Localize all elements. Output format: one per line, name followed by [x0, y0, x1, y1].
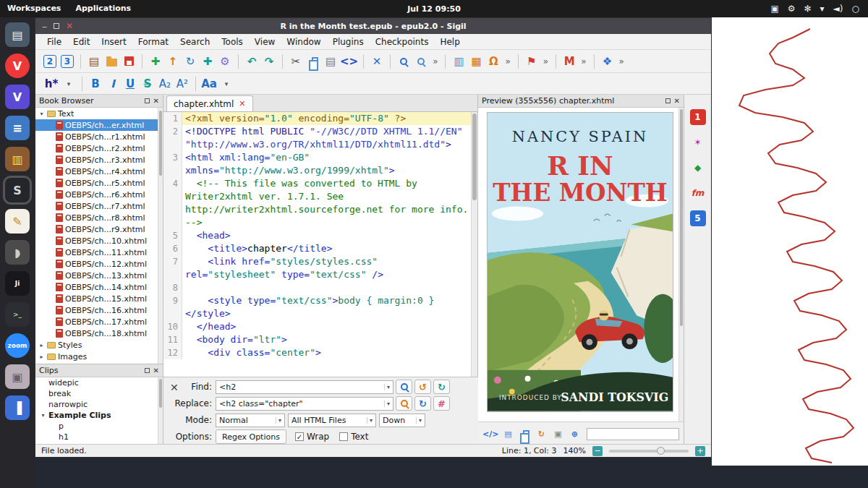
tree-item[interactable]: ▸Images — [35, 351, 158, 362]
dock-terminal-icon[interactable]: >_ — [5, 302, 30, 327]
tree-item[interactable]: ▸Styles — [35, 339, 158, 351]
copy-button[interactable] — [305, 53, 321, 69]
heading-caret-icon[interactable]: ▾ — [61, 76, 77, 92]
overflow-chevron-icon[interactable]: » — [619, 56, 624, 67]
code-view-button[interactable]: 3 — [61, 55, 74, 68]
scrollbar-thumb[interactable] — [680, 109, 683, 326]
dock-text-editor-icon[interactable]: ▐ — [5, 395, 30, 420]
menu-insert[interactable]: Insert — [95, 37, 132, 47]
replace-button[interactable] — [396, 396, 412, 411]
tab-close-icon[interactable]: ✕ — [239, 99, 245, 108]
book-browser-scrollbar[interactable] — [158, 108, 163, 364]
dock-sigil-icon[interactable]: S — [5, 178, 30, 202]
new-book-button[interactable]: ▤ — [86, 53, 102, 69]
tree-item[interactable]: OEBPS/ch...18.xhtml — [35, 328, 158, 339]
tree-item[interactable]: OEBPS/ch...er.xhtml — [35, 119, 158, 131]
checkpoint-button[interactable]: ✚ — [200, 53, 216, 69]
tree-item[interactable]: OEBPS/ch...17.xhtml — [35, 316, 158, 328]
insert-file-button[interactable]: ▥ — [451, 53, 467, 69]
cut-button[interactable]: ✂ — [288, 53, 304, 69]
code-line[interactable]: 12 <div class="center"> — [163, 346, 477, 359]
tree-item[interactable]: OEBPS/ch...14.xhtml — [35, 281, 158, 293]
files-select[interactable]: All HTML Files ▾ — [288, 414, 376, 427]
code-line[interactable]: 3<html xml:lang="en-GB" xmlns="http://ww… — [163, 151, 477, 177]
flightcrew-button[interactable]: fm — [690, 185, 706, 201]
find-input[interactable]: <h2 ▾ — [216, 380, 393, 394]
plugin-run-button[interactable]: ✶ — [690, 134, 706, 150]
dock-gimp-icon[interactable]: ◗ — [5, 240, 30, 265]
close-panel-icon[interactable]: ✕ — [153, 367, 159, 374]
replace-input[interactable]: <h2 class="chapter" ▾ — [216, 397, 393, 411]
float-panel-icon[interactable] — [145, 368, 150, 373]
code-line[interactable]: 5 <head> — [163, 229, 477, 242]
close-panel-icon[interactable]: ✕ — [674, 98, 680, 105]
indicator-icon[interactable]: ✻ — [804, 4, 812, 14]
text-checkbox[interactable] — [339, 432, 348, 441]
float-panel-icon[interactable] — [665, 98, 671, 103]
settings-button[interactable]: ⚙ — [217, 53, 233, 69]
code-line[interactable]: 1<?xml version="1.0" encoding="UTF-8" ?> — [163, 112, 477, 125]
code-line[interactable]: 10 </head> — [163, 320, 477, 333]
float-panel-icon[interactable] — [145, 98, 150, 103]
find-next-button[interactable] — [396, 380, 412, 394]
tree-item[interactable]: OEBPS/ch...10.xhtml — [35, 235, 158, 247]
open-in-browser-button[interactable]: ⊕ — [567, 427, 582, 440]
menu-help[interactable]: Help — [434, 37, 465, 47]
clip-item[interactable]: p — [35, 421, 158, 432]
dropdown-caret-icon[interactable]: ▾ — [820, 4, 825, 14]
scrollbar-thumb[interactable] — [159, 379, 162, 408]
code-editor[interactable]: 1<?xml version="1.0" encoding="UTF-8" ?>… — [163, 112, 477, 377]
dock-calibre-library-icon[interactable]: ▥ — [5, 147, 30, 171]
paste-button[interactable]: ▤ — [323, 53, 339, 69]
plugin-5-button[interactable]: 5 — [690, 210, 706, 226]
dock-document-viewer-icon[interactable]: ≡ — [5, 116, 30, 140]
tree-expand-icon[interactable]: ▸ — [38, 342, 45, 348]
case-caret-icon[interactable]: ▾ — [218, 76, 234, 92]
find-replace-button[interactable] — [396, 53, 412, 69]
clips-scrollbar[interactable] — [158, 377, 163, 445]
change-case-button[interactable]: Aa — [201, 76, 217, 92]
search-editor-button[interactable] — [413, 53, 429, 69]
overflow-chevron-icon[interactable]: » — [433, 56, 438, 67]
mode-select[interactable]: Normal ▾ — [216, 414, 285, 427]
maximize-icon[interactable] — [54, 23, 59, 29]
menu-file[interactable]: File — [41, 37, 67, 47]
dock-vivaldi-snapshot-icon[interactable]: V — [5, 85, 30, 109]
dock-notes-icon[interactable]: ✎ — [5, 209, 30, 234]
menu-window[interactable]: Window — [281, 37, 326, 47]
preview-address-input[interactable] — [587, 428, 679, 440]
code-line[interactable]: 11 <body dir="ltr"> — [163, 333, 477, 346]
menu-search[interactable]: Search — [174, 37, 216, 47]
zoom-in-button[interactable]: + — [695, 446, 705, 456]
top-menu-applications[interactable]: Applications — [68, 0, 138, 17]
zoom-out-button[interactable]: − — [592, 446, 603, 456]
insert-image-button[interactable]: ▦ — [468, 53, 484, 69]
menu-edit[interactable]: Edit — [67, 37, 95, 47]
clip-item[interactable]: narrowpic — [35, 399, 158, 410]
minimize-icon[interactable]: ‒ — [42, 22, 47, 30]
regex-options-button[interactable]: Regex Options — [216, 429, 286, 444]
menu-view[interactable]: View — [249, 37, 281, 47]
display-icon[interactable]: ▣ — [770, 4, 778, 14]
undo-button[interactable]: ↶ — [244, 53, 260, 69]
code-line[interactable]: 4 <!-- This file was converted to HTML b… — [163, 177, 477, 229]
tree-item[interactable]: ▾Text — [35, 108, 158, 119]
refresh-preview-button[interactable]: ↻ — [534, 427, 548, 440]
metadata-button[interactable]: M — [561, 53, 577, 69]
code-line[interactable]: 9 <style type="text/css">body { margin:0… — [163, 294, 477, 320]
inspect-button[interactable]: </> — [482, 427, 498, 440]
tree-item[interactable]: OEBPS/ch...r1.xhtml — [35, 131, 158, 142]
dock-dark-app-icon[interactable]: Ji — [5, 271, 30, 296]
menu-checkpoints[interactable]: Checkpoints — [370, 37, 435, 47]
volume-icon[interactable]: ◄) — [833, 4, 843, 14]
plugins-button[interactable]: ❖ — [600, 53, 616, 69]
italic-button[interactable]: I — [105, 76, 121, 92]
redo-button[interactable]: ↷ — [261, 53, 277, 69]
tree-item[interactable]: OEBPS/ch...11.xhtml — [35, 247, 158, 258]
underline-button[interactable]: U — [122, 76, 138, 92]
find-dropdown-icon[interactable]: ▾ — [384, 384, 390, 390]
settings-gear-icon[interactable]: ⚙ — [788, 4, 796, 14]
tree-item[interactable]: OEBPS/ch...r4.xhtml — [35, 166, 158, 177]
clip-item[interactable]: h1 — [35, 432, 158, 442]
text-option[interactable]: Text — [339, 432, 368, 442]
